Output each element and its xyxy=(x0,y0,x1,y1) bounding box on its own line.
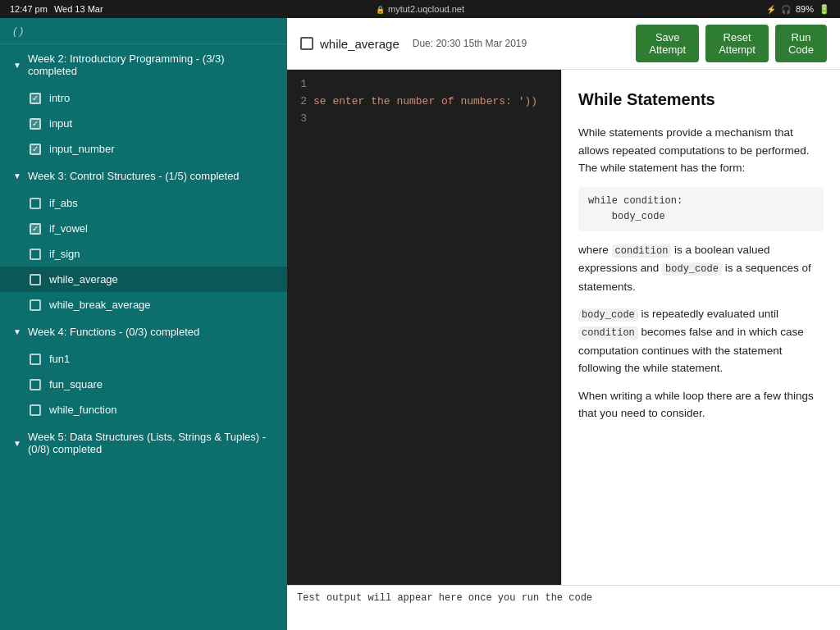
status-left: 12:47 pm Wed 13 Mar xyxy=(10,4,103,14)
line-num-2: 2 xyxy=(294,94,313,111)
week4-label: Week 4: Functions - (0/3) completed xyxy=(28,326,199,338)
task-fun1-checkbox[interactable] xyxy=(30,354,41,365)
battery: 89% xyxy=(796,4,814,14)
sidebar-top-item: ( ) xyxy=(0,18,287,44)
inline-condition-2: condition xyxy=(578,326,638,340)
week2-items: intro input input_number xyxy=(0,85,287,162)
task-if-sign-label: if_sign xyxy=(49,248,80,260)
description-para-2: where condition is a boolean valued expr… xyxy=(578,241,824,295)
code-editor[interactable]: 1 2 se enter the number of numbers: ')) … xyxy=(287,70,561,585)
task-while-function-checkbox[interactable] xyxy=(30,404,41,416)
toolbar: while_average Due: 20:30 15th Mar 2019 S… xyxy=(287,18,840,70)
week5-chevron: ▼ xyxy=(13,439,21,448)
task-fun-square-checkbox[interactable] xyxy=(30,379,41,390)
url: mytut2.uqcloud.net xyxy=(388,4,464,14)
week4-chevron: ▼ xyxy=(13,327,21,336)
task-while-function[interactable]: while_function xyxy=(0,397,287,422)
reset-attempt-button[interactable]: Reset Attempt xyxy=(705,25,769,62)
task-input-number[interactable]: input_number xyxy=(0,136,287,162)
task-if-abs-label: if_abs xyxy=(49,197,78,209)
task-input-label: input xyxy=(49,117,72,130)
description-para-1: While statements provide a mechanism tha… xyxy=(578,124,824,177)
task-input-number-label: input_number xyxy=(49,143,115,155)
lock-icon xyxy=(376,4,385,14)
task-if-sign-checkbox[interactable] xyxy=(30,249,41,260)
battery-icon: 🔋 xyxy=(819,4,830,15)
task-while-break-average-label: while_break_average xyxy=(49,299,151,311)
while-code-block: while condition: body_code xyxy=(578,187,824,231)
week5-header[interactable]: ▼ Week 5: Data Structures (Lists, String… xyxy=(0,422,287,463)
task-title-area: while_average Due: 20:30 15th Mar 2019 xyxy=(300,37,626,51)
task-intro-label: intro xyxy=(49,92,70,104)
sidebar: ( ) ▼ Week 2: Introductory Programming -… xyxy=(0,18,287,630)
date: Wed 13 Mar xyxy=(54,4,103,14)
task-input-checkbox[interactable] xyxy=(30,118,41,130)
output-area: Test output will appear here once you ru… xyxy=(287,585,840,630)
app-container: ( ) ▼ Week 2: Introductory Programming -… xyxy=(0,18,840,630)
week3-items: if_abs if_vowel if_sign while_average wh… xyxy=(0,190,287,317)
task-if-vowel[interactable]: if_vowel xyxy=(0,216,287,241)
week2-header[interactable]: ▼ Week 2: Introductory Programming - (3/… xyxy=(0,44,287,85)
code-line-2: 2 se enter the number of numbers: ')) xyxy=(294,94,555,111)
description-para-4: When writing a while loop there are a fe… xyxy=(578,387,824,422)
week3-header[interactable]: ▼ Week 3: Control Structures - (1/5) com… xyxy=(0,162,287,190)
time: 12:47 pm xyxy=(10,4,48,14)
content-area: while_average Due: 20:30 15th Mar 2019 S… xyxy=(287,18,840,630)
inline-condition-1: condition xyxy=(612,244,672,258)
toolbar-task-name: while_average xyxy=(320,37,399,51)
code-line-3: 3 xyxy=(294,111,555,128)
main-panels: 1 2 se enter the number of numbers: ')) … xyxy=(287,70,840,585)
task-intro[interactable]: intro xyxy=(0,85,287,111)
week3-chevron: ▼ xyxy=(13,171,21,180)
task-fun1-label: fun1 xyxy=(49,353,70,365)
task-while-average-label: while_average xyxy=(49,273,118,285)
week5-label: Week 5: Data Structures (Lists, Strings … xyxy=(28,431,274,455)
task-fun-square-label: fun_square xyxy=(49,378,103,390)
task-while-function-label: while_function xyxy=(49,404,116,416)
code-content-2: se enter the number of numbers: ')) xyxy=(313,94,537,111)
week2-chevron: ▼ xyxy=(13,61,21,70)
task-while-average-checkbox[interactable] xyxy=(30,274,41,285)
task-if-abs-checkbox[interactable] xyxy=(30,198,41,209)
url-bar: mytut2.uqcloud.net xyxy=(376,4,464,14)
description-panel: While Statements While statements provid… xyxy=(561,70,840,585)
task-if-vowel-label: if_vowel xyxy=(49,222,88,235)
task-while-break-average[interactable]: while_break_average xyxy=(0,292,287,317)
task-while-break-average-checkbox[interactable] xyxy=(30,299,41,311)
week4-header[interactable]: ▼ Week 4: Functions - (0/3) completed xyxy=(0,317,287,346)
status-right: ⚡ 🎧 89% 🔋 xyxy=(766,4,830,15)
task-input-number-checkbox[interactable] xyxy=(30,144,41,155)
line-num-1: 1 xyxy=(294,76,313,94)
task-fun-square[interactable]: fun_square xyxy=(0,372,287,397)
toolbar-buttons: Save Attempt Reset Attempt Run Code xyxy=(636,25,827,62)
task-fun1[interactable]: fun1 xyxy=(0,346,287,372)
line-num-3: 3 xyxy=(294,111,313,128)
task-if-sign[interactable]: if_sign xyxy=(0,241,287,267)
code-line-1: 1 xyxy=(294,76,555,94)
wifi-icon: ⚡ xyxy=(766,5,776,14)
output-placeholder: Test output will appear here once you ru… xyxy=(297,592,592,604)
toolbar-task-checkbox[interactable] xyxy=(300,37,313,50)
inline-body-code-2: body_code xyxy=(578,308,638,322)
task-while-average[interactable]: while_average xyxy=(0,267,287,292)
week3-label: Week 3: Control Structures - (1/5) compl… xyxy=(28,170,240,182)
run-code-button[interactable]: Run Code xyxy=(775,25,827,62)
status-bar: 12:47 pm Wed 13 Mar mytut2.uqcloud.net ⚡… xyxy=(0,0,840,18)
description-para-3: body_code is repeatedly evaluated until … xyxy=(578,305,824,377)
due-date: Due: 20:30 15th Mar 2019 xyxy=(413,38,527,49)
task-if-abs[interactable]: if_abs xyxy=(0,190,287,216)
task-if-vowel-checkbox[interactable] xyxy=(30,223,41,235)
description-title: While Statements xyxy=(578,86,824,112)
week2-label: Week 2: Introductory Programming - (3/3)… xyxy=(28,52,274,77)
task-input[interactable]: input xyxy=(0,111,287,136)
task-intro-checkbox[interactable] xyxy=(30,93,41,104)
headphones-icon: 🎧 xyxy=(781,5,791,14)
inline-body-code-1: body_code xyxy=(662,262,722,276)
week4-items: fun1 fun_square while_function xyxy=(0,346,287,422)
save-attempt-button[interactable]: Save Attempt xyxy=(636,25,699,62)
